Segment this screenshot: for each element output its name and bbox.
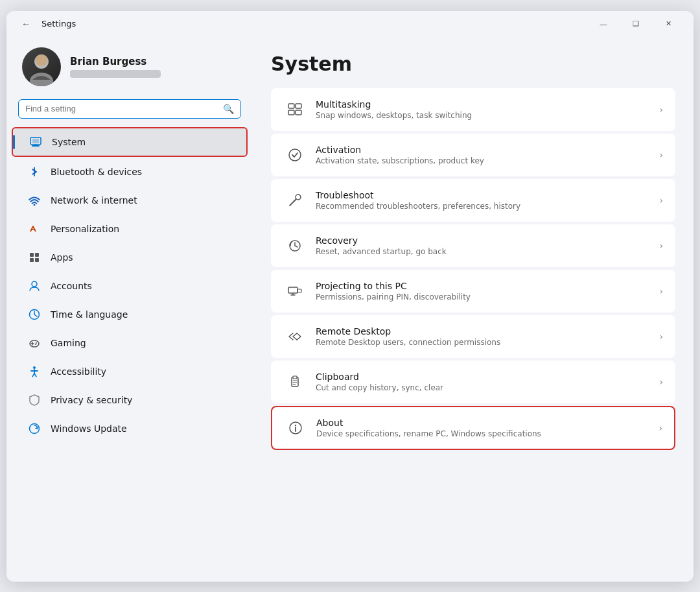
settings-item-multitasking[interactable]: Multitasking Snap windows, desktops, tas…	[271, 88, 675, 131]
svg-point-51	[295, 424, 296, 425]
back-button[interactable]: ←	[17, 15, 35, 33]
about-desc: Device specifications, rename PC, Window…	[316, 429, 659, 438]
troubleshoot-icon	[283, 189, 307, 212]
sidebar-item-time[interactable]: Time & language	[12, 301, 248, 328]
settings-window: ← Settings — ❑ ✕	[6, 11, 694, 582]
recovery-text: Recovery Reset, advanced startup, go bac…	[307, 235, 659, 256]
sidebar-item-accessibility[interactable]: Accessibility	[12, 358, 248, 385]
settings-item-remote-desktop[interactable]: Remote Desktop Remote Desktop users, con…	[271, 315, 675, 358]
sidebar-label-time: Time & language	[51, 309, 128, 320]
svg-point-35	[289, 149, 301, 161]
projecting-icon	[283, 279, 307, 303]
chevron-icon: ›	[659, 241, 663, 251]
remote-desktop-icon	[283, 325, 307, 348]
svg-point-22	[36, 342, 37, 344]
svg-marker-30	[35, 427, 38, 429]
time-icon	[27, 307, 41, 322]
svg-rect-31	[288, 104, 294, 108]
sidebar-item-accounts[interactable]: Accounts	[12, 272, 248, 300]
sidebar-item-system[interactable]: System	[12, 127, 248, 157]
svg-point-24	[33, 366, 36, 369]
recovery-icon	[283, 234, 307, 257]
sidebar-item-apps[interactable]: Apps	[12, 244, 248, 271]
svg-point-23	[35, 344, 36, 345]
svg-rect-45	[293, 376, 297, 379]
chevron-icon: ›	[659, 150, 663, 160]
remote-desktop-desc: Remote Desktop users, connection permiss…	[316, 338, 659, 347]
sidebar-label-accessibility: Accessibility	[51, 366, 106, 377]
search-input[interactable]	[25, 104, 219, 113]
sidebar-label-accounts: Accounts	[51, 281, 92, 291]
sidebar-label-privacy: Privacy & security	[51, 395, 132, 405]
svg-line-38	[294, 200, 296, 202]
svg-rect-5	[32, 139, 39, 143]
sidebar-item-bluetooth[interactable]: Bluetooth & devices	[12, 158, 248, 185]
chevron-icon: ›	[659, 423, 662, 433]
sidebar-item-gaming[interactable]: Gaming	[12, 329, 248, 357]
svg-line-18	[34, 314, 37, 316]
svg-rect-11	[30, 253, 34, 257]
sidebar-item-update[interactable]: Windows Update	[12, 415, 248, 442]
user-email-placeholder	[70, 70, 161, 78]
user-info: Brian Burgess	[70, 56, 161, 78]
svg-point-15	[32, 281, 37, 287]
settings-item-troubleshoot[interactable]: Troubleshoot Recommended troubleshooters…	[271, 179, 675, 222]
svg-rect-32	[296, 104, 301, 108]
svg-rect-14	[35, 258, 39, 262]
search-box: 🔍	[18, 99, 241, 119]
clipboard-icon	[283, 370, 307, 394]
content-area: Brian Burgess 🔍	[6, 37, 694, 582]
close-button[interactable]: ✕	[653, 14, 683, 34]
network-icon	[27, 193, 41, 207]
avatar	[22, 47, 61, 86]
main-content: System Multitasking Snap windo	[253, 37, 694, 582]
svg-rect-34	[296, 110, 301, 115]
activation-text: Activation Activation state, subscriptio…	[307, 145, 659, 165]
projecting-desc: Permissions, pairing PIN, discoverabilit…	[316, 292, 659, 302]
accounts-icon	[27, 279, 41, 293]
user-name: Brian Burgess	[70, 56, 161, 67]
chevron-icon: ›	[659, 377, 663, 387]
titlebar-left: ← Settings	[17, 15, 76, 33]
projecting-title: Projecting to this PC	[316, 281, 659, 291]
sidebar-label-network: Network & internet	[51, 195, 137, 206]
settings-list: Multitasking Snap windows, desktops, tas…	[271, 88, 675, 450]
clipboard-title: Clipboard	[316, 372, 659, 382]
settings-item-projecting[interactable]: Projecting to this PC Permissions, pairi…	[271, 270, 675, 313]
troubleshoot-text: Troubleshoot Recommended troubleshooters…	[307, 190, 659, 211]
remote-desktop-title: Remote Desktop	[316, 326, 659, 337]
svg-rect-40	[288, 287, 298, 293]
recovery-title: Recovery	[316, 235, 659, 246]
nav-items: System Bluetooth & devices	[6, 126, 253, 443]
multitasking-icon	[283, 98, 307, 121]
multitasking-text: Multitasking Snap windows, desktops, tas…	[307, 99, 659, 120]
search-container: 🔍	[6, 99, 253, 126]
activation-icon	[283, 143, 307, 167]
privacy-icon	[27, 393, 41, 407]
svg-rect-13	[30, 258, 34, 262]
personalization-icon	[27, 222, 41, 236]
avatar-image	[22, 47, 61, 86]
chevron-icon: ›	[659, 195, 663, 206]
settings-item-activation[interactable]: Activation Activation state, subscriptio…	[271, 134, 675, 176]
sidebar-item-privacy[interactable]: Privacy & security	[12, 386, 248, 414]
about-text: About Device specifications, rename PC, …	[307, 418, 659, 438]
settings-item-clipboard[interactable]: Clipboard Cut and copy history, sync, cl…	[271, 361, 675, 403]
chevron-icon: ›	[659, 286, 663, 296]
about-icon	[284, 416, 307, 440]
sidebar-item-personalization[interactable]: Personalization	[12, 215, 248, 243]
clipboard-desc: Cut and copy history, sync, clear	[316, 383, 659, 392]
titlebar-title: Settings	[41, 19, 76, 29]
maximize-button[interactable]: ❑	[621, 14, 651, 34]
page-title: System	[271, 53, 675, 75]
settings-item-about[interactable]: About Device specifications, rename PC, …	[271, 406, 675, 450]
svg-point-9	[34, 204, 36, 206]
activation-desc: Activation state, subscriptions, product…	[316, 156, 659, 165]
svg-rect-12	[35, 253, 39, 257]
minimize-button[interactable]: —	[589, 14, 618, 34]
sidebar-item-network[interactable]: Network & internet	[12, 187, 248, 214]
settings-item-recovery[interactable]: Recovery Reset, advanced startup, go bac…	[271, 224, 675, 267]
search-icon: 🔍	[223, 104, 234, 114]
svg-rect-33	[288, 110, 294, 115]
troubleshoot-desc: Recommended troubleshooters, preferences…	[316, 202, 659, 211]
